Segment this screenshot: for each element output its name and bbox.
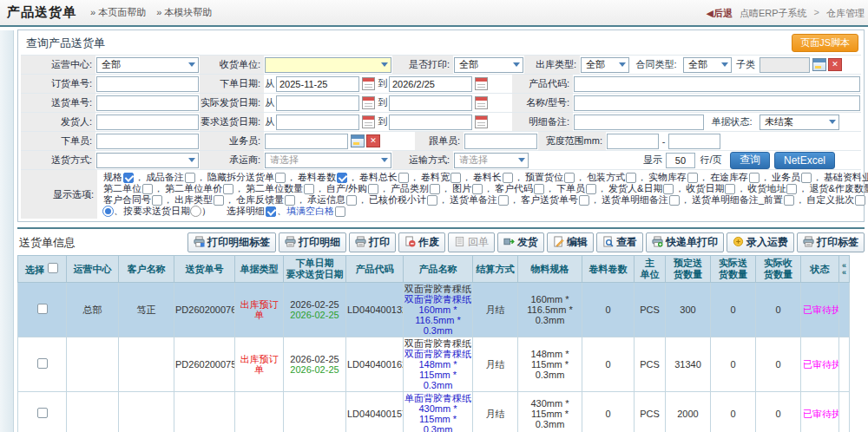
toolbar-button-edit[interactable]: 编辑	[547, 232, 594, 252]
option-checkbox[interactable]	[275, 173, 286, 183]
fill-blank-link[interactable]: 填满空白格	[286, 206, 334, 217]
row-checkbox[interactable]	[37, 408, 48, 418]
receiving-unit-select[interactable]	[265, 57, 391, 73]
option-checkbox[interactable]	[185, 173, 195, 183]
toolbar-button-void[interactable]: 作废	[398, 232, 445, 252]
breadcrumb-system[interactable]: 点晴ERP子系统	[740, 7, 807, 20]
product-link[interactable]: 单面背胶青稞纸430mm * 115mm * 0.3mm	[404, 393, 471, 432]
search-button[interactable]: 查询	[730, 152, 770, 169]
calendar-icon[interactable]	[362, 115, 375, 128]
carrier-select[interactable]: 请选择	[265, 153, 391, 168]
toolbar-button-printer-label[interactable]: 打印明细标签	[187, 232, 276, 252]
option-checkbox[interactable]	[398, 173, 409, 183]
order-date-to-input[interactable]	[389, 76, 472, 92]
width-range-min-input[interactable]	[607, 134, 659, 149]
required-date-to-input[interactable]	[389, 115, 472, 130]
option-checkbox[interactable]	[503, 173, 513, 183]
subclass-input[interactable]	[760, 57, 810, 73]
detail-remark-input[interactable]	[574, 115, 704, 130]
option-checkbox[interactable]	[534, 184, 544, 194]
option-checkbox[interactable]	[472, 184, 483, 194]
delivery-method-select[interactable]	[96, 153, 199, 168]
calendar-icon[interactable]	[475, 77, 488, 90]
delivery-no-input[interactable]	[96, 95, 199, 111]
option-checkbox[interactable]	[626, 173, 636, 183]
toolbar-button-printer[interactable]: 打印标签	[797, 232, 865, 252]
option-checkbox[interactable]	[749, 173, 760, 183]
option-checkbox[interactable]	[784, 195, 794, 206]
option-checkbox[interactable]	[285, 195, 295, 206]
salesman-input[interactable]	[265, 134, 348, 149]
operation-center-select[interactable]: 全部	[96, 57, 199, 73]
is-printed-select[interactable]: 全部	[454, 57, 523, 73]
picker-icon[interactable]	[812, 58, 826, 71]
toolbar-button-express-print[interactable]: 快递单打印	[646, 232, 724, 252]
option-checkbox[interactable]	[663, 184, 674, 194]
option-checkbox[interactable]	[266, 206, 276, 217]
option-checkbox[interactable]	[427, 195, 437, 206]
contract-type-select[interactable]: 全部	[683, 57, 732, 73]
purchase-order-no-input[interactable]	[96, 76, 199, 92]
option-checkbox[interactable]	[855, 195, 865, 206]
left-collapse-bar[interactable]	[0, 30, 14, 432]
clear-icon[interactable]: ✕	[366, 134, 380, 147]
clear-icon[interactable]: ✕	[828, 58, 842, 71]
toolbar-button-ship[interactable]: 发货	[497, 232, 544, 252]
option-checkbox[interactable]	[335, 206, 345, 217]
shipper-input[interactable]	[96, 115, 199, 130]
name-model-input[interactable]	[574, 95, 860, 111]
option-checkbox[interactable]	[123, 173, 134, 183]
row-checkbox[interactable]	[37, 304, 48, 314]
module-help-link[interactable]: » 本模块帮助	[156, 6, 212, 19]
product-link[interactable]: 双面背胶青稞纸148mm * 115mm * 0.3mm	[404, 349, 471, 390]
calendar-icon[interactable]	[362, 77, 375, 90]
select-all-checkbox[interactable]	[48, 263, 58, 273]
product-code-input[interactable]	[574, 76, 860, 92]
outbound-type-select[interactable]: 全部	[581, 57, 629, 73]
option-checkbox[interactable]	[152, 195, 162, 206]
doc-status-select[interactable]: 未结案	[760, 115, 839, 130]
option-checkbox[interactable]	[725, 184, 735, 194]
toolbar-button-printer[interactable]: 打印明细	[279, 232, 346, 252]
order-date-from-input[interactable]	[276, 76, 359, 92]
calendar-icon[interactable]	[475, 96, 488, 109]
row-checkbox[interactable]	[37, 358, 48, 369]
option-checkbox[interactable]	[430, 184, 440, 194]
follow-clerk-input[interactable]	[464, 134, 537, 149]
option-checkbox[interactable]	[687, 173, 698, 183]
actual-ship-date-from-input[interactable]	[276, 95, 359, 111]
breadcrumb-module[interactable]: 仓库管理	[826, 7, 865, 20]
option-checkbox[interactable]	[337, 173, 347, 183]
sort-order-radio[interactable]	[190, 206, 201, 217]
toolbar-button-freight[interactable]: 录入运费	[727, 232, 794, 252]
calendar-icon[interactable]	[475, 115, 488, 128]
actual-ship-date-to-input[interactable]	[389, 95, 472, 111]
option-checkbox[interactable]	[214, 195, 224, 206]
option-checkbox[interactable]	[669, 195, 680, 206]
order-clerk-input[interactable]	[96, 134, 199, 149]
option-checkbox[interactable]	[564, 173, 575, 183]
page-help-link[interactable]: » 本页面帮助	[90, 6, 146, 19]
product-link[interactable]: 双面背胶青稞纸160mm * 116.5mm * 0.3mm	[404, 294, 471, 336]
page-size-input[interactable]	[666, 153, 695, 168]
calendar-icon[interactable]	[362, 96, 375, 109]
option-checkbox[interactable]	[368, 184, 378, 194]
page-js-script-button[interactable]: 页面JS脚本	[792, 34, 858, 52]
option-checkbox[interactable]	[579, 195, 589, 206]
toolbar-button-printer[interactable]: 打印	[349, 232, 396, 252]
transport-method-select[interactable]: 请选择	[454, 153, 529, 168]
back-link[interactable]: ◀后退	[706, 7, 732, 20]
option-checkbox[interactable]	[786, 184, 797, 194]
netexcel-button[interactable]: NetExcel	[774, 152, 835, 169]
width-range-max-input[interactable]	[668, 134, 720, 149]
toolbar-button-view[interactable]: 查看	[596, 232, 643, 252]
option-checkbox[interactable]	[586, 184, 596, 194]
option-checkbox[interactable]	[450, 173, 461, 183]
option-checkbox[interactable]	[346, 195, 357, 206]
picker-icon[interactable]	[351, 134, 365, 147]
required-date-from-input[interactable]	[276, 115, 359, 130]
sort-order-radio[interactable]	[102, 206, 114, 217]
option-checkbox[interactable]	[498, 195, 509, 206]
option-checkbox[interactable]	[142, 184, 153, 194]
option-checkbox[interactable]	[304, 184, 314, 194]
